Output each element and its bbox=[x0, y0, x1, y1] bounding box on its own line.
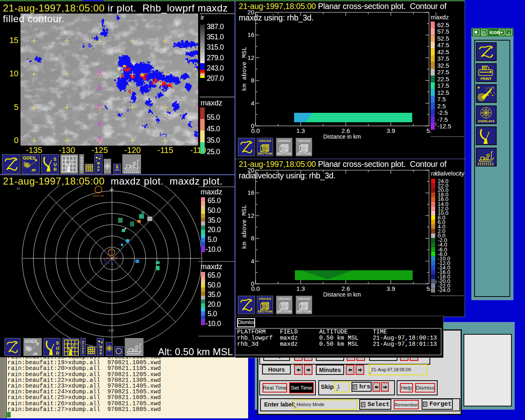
svg-text:whoa-mat: whoa-mat bbox=[93, 194, 104, 197]
svg-text:R: R bbox=[54, 167, 57, 172]
svg-text:37.5: 37.5 bbox=[437, 55, 449, 62]
svg-text:SECTION: SECTION bbox=[258, 152, 272, 155]
svg-text:.IR: .IR bbox=[31, 168, 36, 172]
svg-text:GOES: GOES bbox=[23, 155, 35, 160]
svg-text:5.: 5. bbox=[427, 285, 432, 292]
svg-text:P: P bbox=[97, 168, 100, 172]
svg-text:4: 4 bbox=[251, 258, 254, 265]
svg-text:-2.5: -2.5 bbox=[437, 109, 448, 116]
svg-text:47.5: 47.5 bbox=[437, 41, 449, 48]
svg-text:17.5: 17.5 bbox=[437, 82, 449, 89]
svg-text:-24.0: -24.0 bbox=[438, 287, 450, 293]
svg-text:0.0: 0.0 bbox=[251, 285, 260, 292]
svg-text:b<-125-8: b<-125-8 bbox=[106, 257, 117, 260]
svg-text:U: U bbox=[56, 346, 59, 351]
svg-text:32.5: 32.5 bbox=[437, 62, 449, 69]
svg-text:GOES: GOES bbox=[25, 339, 37, 344]
svg-text:S: S bbox=[82, 352, 84, 354]
svg-text:-125: -125 bbox=[107, 329, 114, 332]
svg-text:1.3: 1.3 bbox=[297, 285, 305, 292]
svg-text:12: 12 bbox=[247, 212, 254, 219]
svg-text:SECTION: SECTION bbox=[297, 310, 311, 313]
svg-text:S: S bbox=[81, 168, 82, 171]
svg-text:42.5: 42.5 bbox=[437, 48, 449, 55]
svg-text:CROSS: CROSS bbox=[297, 139, 310, 143]
svg-text:20: 20 bbox=[247, 167, 254, 173]
svg-text:S: S bbox=[54, 157, 57, 162]
svg-text:2.5: 2.5 bbox=[437, 103, 446, 110]
svg-text:radialvelocity: radialvelocity bbox=[431, 170, 464, 177]
svg-text:Distance in km: Distance in km bbox=[323, 133, 361, 140]
svg-text:U: U bbox=[54, 162, 57, 167]
svg-text:SECTION: SECTION bbox=[258, 310, 272, 313]
svg-text:1.3: 1.3 bbox=[297, 127, 305, 134]
svg-text:22.5: 22.5 bbox=[437, 75, 449, 82]
svg-text:PRINT: PRINT bbox=[481, 77, 492, 81]
svg-text:0.0: 0.0 bbox=[251, 127, 260, 134]
svg-text:Distance in km: Distance in km bbox=[323, 291, 361, 298]
svg-text:SECTION: SECTION bbox=[277, 152, 292, 155]
svg-text:OVERLAYS: OVERLAYS bbox=[478, 119, 495, 123]
svg-text:S: S bbox=[56, 341, 59, 345]
svg-text:CROSS: CROSS bbox=[278, 297, 290, 301]
svg-text:-7.5: -7.5 bbox=[437, 116, 448, 123]
svg-text:R: R bbox=[56, 351, 59, 356]
svg-text:27.5: 27.5 bbox=[437, 68, 449, 75]
svg-text:4: 4 bbox=[251, 100, 254, 107]
svg-text:12: 12 bbox=[247, 54, 254, 61]
svg-text:maxdz: maxdz bbox=[431, 14, 449, 21]
svg-text:km above MSL: km above MSL bbox=[241, 47, 248, 91]
svg-text:CROSS: CROSS bbox=[258, 297, 271, 301]
svg-text:16: 16 bbox=[247, 31, 254, 38]
svg-text:CROSS: CROSS bbox=[258, 139, 271, 143]
svg-text:km above MSL: km above MSL bbox=[241, 205, 248, 249]
svg-text:CROSS: CROSS bbox=[297, 297, 310, 301]
svg-text:8: 8 bbox=[251, 235, 254, 242]
svg-text:52.5: 52.5 bbox=[437, 35, 449, 42]
svg-text:SECTION: SECTION bbox=[277, 310, 292, 313]
svg-text:12.5: 12.5 bbox=[437, 89, 449, 96]
svg-text:7.5: 7.5 bbox=[437, 96, 446, 103]
svg-text:CROSS: CROSS bbox=[278, 139, 290, 143]
svg-text:10: 10 bbox=[16, 187, 20, 190]
svg-text:3.9: 3.9 bbox=[387, 127, 395, 134]
svg-text:SECTION: SECTION bbox=[297, 152, 311, 155]
svg-text:.IR: .IR bbox=[32, 352, 37, 356]
svg-text:62.5: 62.5 bbox=[437, 21, 449, 28]
svg-text:-12.5: -12.5 bbox=[437, 123, 451, 130]
svg-text:20: 20 bbox=[247, 9, 254, 16]
svg-text:16: 16 bbox=[247, 189, 254, 196]
svg-text:57.5: 57.5 bbox=[437, 28, 449, 35]
svg-text:8: 8 bbox=[251, 77, 254, 84]
svg-text:P: P bbox=[100, 352, 102, 356]
svg-text:3.9: 3.9 bbox=[387, 285, 395, 292]
